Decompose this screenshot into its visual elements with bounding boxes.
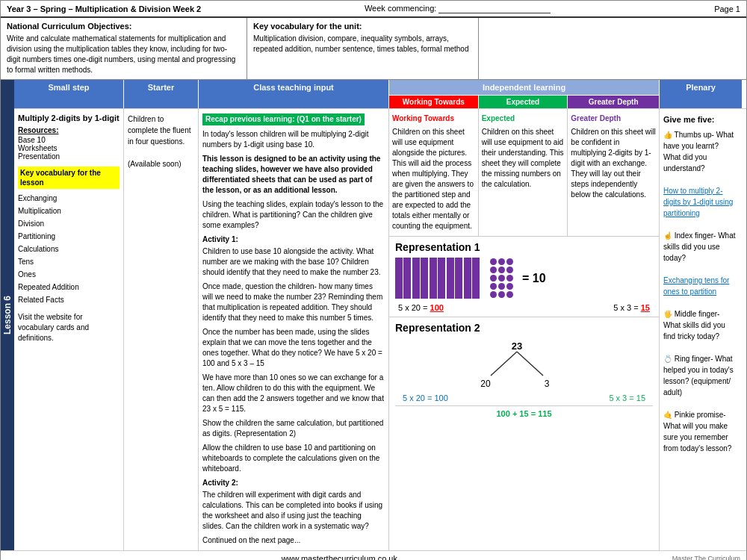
resources-heading: Resources: [18,126,120,134]
hdr-starter: Starter [124,80,199,108]
rep1-title: Representation 1 [395,241,653,253]
lesson-bar: Lesson 6 [1,80,14,550]
rep1-dots [490,258,513,298]
footer-website: www.masterthecurriculum.co.uk [282,554,397,560]
expected-label: Expected [482,113,565,124]
ring-finger-icon: 💍 [663,355,672,363]
page-number: Page 1 [714,4,740,13]
hdr-plenary: Plenary [660,80,742,108]
plenary-link1[interactable]: How to multiply 2-digits by 1-digit usin… [663,185,738,219]
svg-line-2 [517,352,543,376]
plenary-index-item: ☝️ Index finger- What skills did you use… [663,230,738,264]
continued-text: Continued on the next page... [202,535,385,546]
rep1-val-left: 100 [430,303,444,312]
activity1-p2: Once made, question the children- how ma… [202,281,385,323]
greater-depth-label: Greater Depth [571,113,656,124]
nc-objectives-body: Write and calculate mathematical stateme… [7,34,241,75]
vocab-unit-title: Key vocabulary for the unit: [253,22,472,31]
starter-col: Children to complete the fluent in four … [124,109,199,550]
svg-text:20: 20 [480,379,491,389]
teach-p3: Using the teaching slides, explain today… [202,199,385,231]
week-commencing: Week commencing: [365,4,551,13]
plenary-pinkie-item: 🤙 Pinkie promise- What will you make sur… [663,409,738,454]
nc-objectives-title: National Curriculum Objectives: [7,22,241,31]
small-step-title: Multiply 2-digits by 1-digit [18,113,120,122]
vocab-items: ExchangingMultiplicationDivisionPartitio… [18,192,120,306]
thumbs-up-icon: 👍 [663,131,672,139]
working-towards-label: Working Towards [392,113,475,124]
teach-p2: This lesson is designed to be an activit… [202,154,385,196]
plenary-heading: Give me five: [663,113,738,126]
plenary-middle-item: 🖐️ Middle finger- What skills did you fi… [663,308,738,342]
page-title: Year 3 – Spring – Multiplication & Divis… [7,4,201,13]
middle-finger-icon: 🖐️ [663,310,672,318]
hdr-small-step: Small step [14,80,124,108]
activity1-p5: Show the children the same calculation, … [202,418,385,439]
hdr-working: Working Towards [389,96,479,108]
rep1-bars-left [395,258,480,299]
plenary-ring-item: 💍 Ring finger- What helped you in today'… [663,353,738,398]
rep1-formulas: 5 x 20 = 100 5 x 3 = 15 [395,303,653,312]
rep1-val-right: 15 [641,303,650,312]
hdr-expected: Expected [479,96,568,108]
rep2-formulas: 5 x 20 = 100 5 x 3 = 15 [395,393,653,402]
expected-col: Expected Children on this sheet will use… [479,109,568,236]
teaching-col: Recap previous learning: (Q1 on the star… [199,109,389,550]
resources-list: Base 10WorksheetsPresentation [18,136,120,161]
hdr-greater: Greater Depth [568,96,659,108]
svg-text:3: 3 [544,379,549,389]
visit-website: Visit the website for vocabulary cards a… [18,312,120,343]
pinkie-icon: 🤙 [663,411,672,419]
activity2-heading: Activity 2: [202,478,385,488]
activity1-p4: We have more than 10 ones so we can exch… [202,373,385,414]
small-step-col: Multiply 2-digits by 1-digit Resources: … [14,109,124,550]
rep2-formula-right: 5 x 3 = 15 [609,393,645,402]
recap-banner: Recap previous learning: (Q1 on the star… [202,113,365,125]
vocab-unit-body: Multiplication division, compare, inequa… [253,34,472,55]
activity1-p1: Children to use base 10 alongside the ac… [202,246,385,278]
teach-p1: In today's lesson children will be multi… [202,129,385,150]
footer-logo: Master The Curriculum [672,555,740,560]
vocab-highlight: Key vocabulary for the lesson [18,167,120,189]
eq-ten-label: = 10 [522,272,546,285]
index-finger-icon: ☝️ [663,231,672,240]
plenary-link2[interactable]: Exchanging tens for ones to partition [663,275,738,297]
greater-depth-col: Greater Depth Children on this sheet wil… [568,109,659,236]
activity1-p6: Allow the children to use base 10 and pa… [202,443,385,474]
hdr-teaching: Class teaching input [199,80,389,108]
activity1-p3: Once the number has been made, using the… [202,327,385,369]
lesson-label: Lesson 6 [2,296,13,335]
activity2-p1: The children will experiment with digit … [202,490,385,532]
representation1-section: Representation 1 [389,236,659,317]
svg-text:23: 23 [511,340,521,352]
rep2-title: Representation 2 [395,322,653,334]
rep2-total: 100 + 15 = 115 [395,405,653,418]
representation2-section: Representation 2 23 20 3 5 x 20 = 100 [389,317,659,423]
working-towards-col: Working Towards Children on this sheet w… [389,109,479,236]
hdr-independent: Independent learning [389,80,659,96]
activity1-heading: Activity 1: [202,234,385,245]
plenary-thumbs-item: 👍 Thumbs up- What have you learnt? What … [663,129,738,174]
plenary-col: Give me five: 👍 Thumbs up- What have you… [660,109,742,550]
tree-diagram: 23 20 3 [450,338,599,391]
svg-line-1 [491,352,517,376]
rep2-formula-left: 5 x 20 = 100 [403,393,448,402]
